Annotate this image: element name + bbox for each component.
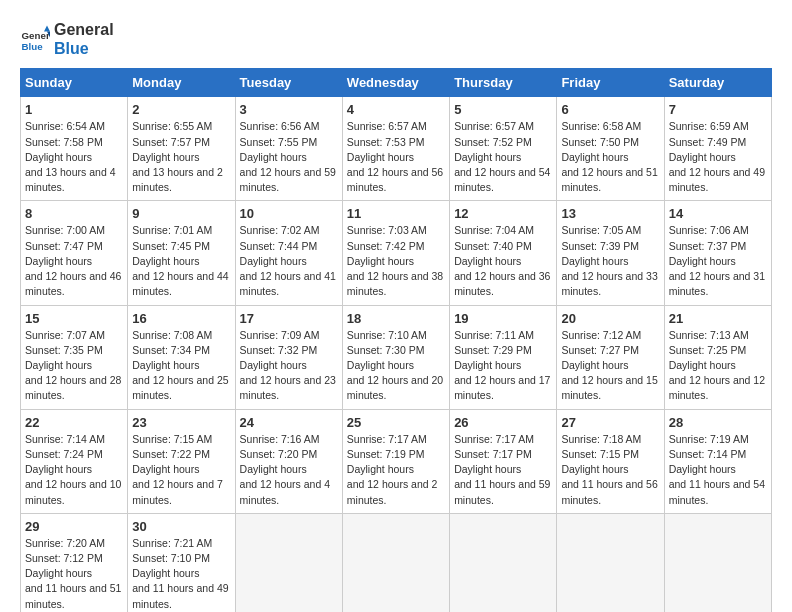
day-number: 28 — [669, 415, 767, 430]
day-info: Sunrise: 7:17 AM Sunset: 7:19 PM Dayligh… — [347, 432, 445, 508]
svg-text:Blue: Blue — [22, 41, 44, 52]
day-info: Sunrise: 6:55 AM Sunset: 7:57 PM Dayligh… — [132, 119, 230, 195]
calendar-table: Sunday Monday Tuesday Wednesday Thursday… — [20, 68, 772, 612]
day-info: Sunrise: 6:57 AM Sunset: 7:53 PM Dayligh… — [347, 119, 445, 195]
day-info: Sunrise: 7:08 AM Sunset: 7:34 PM Dayligh… — [132, 328, 230, 404]
week-row-5: 29 Sunrise: 7:20 AM Sunset: 7:12 PM Dayl… — [21, 513, 772, 612]
day-info: Sunrise: 7:17 AM Sunset: 7:17 PM Dayligh… — [454, 432, 552, 508]
day-number: 25 — [347, 415, 445, 430]
day-info: Sunrise: 6:57 AM Sunset: 7:52 PM Dayligh… — [454, 119, 552, 195]
day-info: Sunrise: 7:16 AM Sunset: 7:20 PM Dayligh… — [240, 432, 338, 508]
col-monday: Monday — [128, 69, 235, 97]
day-number: 19 — [454, 311, 552, 326]
day-info: Sunrise: 7:00 AM Sunset: 7:47 PM Dayligh… — [25, 223, 123, 299]
day-info: Sunrise: 7:11 AM Sunset: 7:29 PM Dayligh… — [454, 328, 552, 404]
day-cell: 11 Sunrise: 7:03 AM Sunset: 7:42 PM Dayl… — [342, 201, 449, 305]
day-cell: 30 Sunrise: 7:21 AM Sunset: 7:10 PM Dayl… — [128, 513, 235, 612]
day-cell — [235, 513, 342, 612]
day-number: 7 — [669, 102, 767, 117]
day-number: 1 — [25, 102, 123, 117]
day-cell: 6 Sunrise: 6:58 AM Sunset: 7:50 PM Dayli… — [557, 97, 664, 201]
day-info: Sunrise: 7:20 AM Sunset: 7:12 PM Dayligh… — [25, 536, 123, 612]
logo: General Blue General Blue — [20, 20, 114, 58]
day-cell: 7 Sunrise: 6:59 AM Sunset: 7:49 PM Dayli… — [664, 97, 771, 201]
day-cell — [342, 513, 449, 612]
day-number: 2 — [132, 102, 230, 117]
day-number: 26 — [454, 415, 552, 430]
day-cell: 16 Sunrise: 7:08 AM Sunset: 7:34 PM Dayl… — [128, 305, 235, 409]
day-cell: 13 Sunrise: 7:05 AM Sunset: 7:39 PM Dayl… — [557, 201, 664, 305]
day-number: 12 — [454, 206, 552, 221]
day-info: Sunrise: 7:12 AM Sunset: 7:27 PM Dayligh… — [561, 328, 659, 404]
day-info: Sunrise: 7:01 AM Sunset: 7:45 PM Dayligh… — [132, 223, 230, 299]
day-info: Sunrise: 7:03 AM Sunset: 7:42 PM Dayligh… — [347, 223, 445, 299]
calendar-header-row: Sunday Monday Tuesday Wednesday Thursday… — [21, 69, 772, 97]
day-number: 27 — [561, 415, 659, 430]
day-info: Sunrise: 7:13 AM Sunset: 7:25 PM Dayligh… — [669, 328, 767, 404]
day-info: Sunrise: 7:14 AM Sunset: 7:24 PM Dayligh… — [25, 432, 123, 508]
day-number: 15 — [25, 311, 123, 326]
day-cell: 24 Sunrise: 7:16 AM Sunset: 7:20 PM Dayl… — [235, 409, 342, 513]
day-cell: 18 Sunrise: 7:10 AM Sunset: 7:30 PM Dayl… — [342, 305, 449, 409]
day-number: 24 — [240, 415, 338, 430]
day-cell: 9 Sunrise: 7:01 AM Sunset: 7:45 PM Dayli… — [128, 201, 235, 305]
calendar-body: 1 Sunrise: 6:54 AM Sunset: 7:58 PM Dayli… — [21, 97, 772, 612]
day-info: Sunrise: 7:19 AM Sunset: 7:14 PM Dayligh… — [669, 432, 767, 508]
day-cell: 28 Sunrise: 7:19 AM Sunset: 7:14 PM Dayl… — [664, 409, 771, 513]
day-cell: 1 Sunrise: 6:54 AM Sunset: 7:58 PM Dayli… — [21, 97, 128, 201]
day-cell — [664, 513, 771, 612]
page-header: General Blue General Blue — [20, 20, 772, 58]
day-cell: 23 Sunrise: 7:15 AM Sunset: 7:22 PM Dayl… — [128, 409, 235, 513]
day-number: 17 — [240, 311, 338, 326]
day-cell: 5 Sunrise: 6:57 AM Sunset: 7:52 PM Dayli… — [450, 97, 557, 201]
day-cell: 2 Sunrise: 6:55 AM Sunset: 7:57 PM Dayli… — [128, 97, 235, 201]
week-row-3: 15 Sunrise: 7:07 AM Sunset: 7:35 PM Dayl… — [21, 305, 772, 409]
day-info: Sunrise: 6:54 AM Sunset: 7:58 PM Dayligh… — [25, 119, 123, 195]
day-number: 11 — [347, 206, 445, 221]
day-number: 5 — [454, 102, 552, 117]
day-cell: 22 Sunrise: 7:14 AM Sunset: 7:24 PM Dayl… — [21, 409, 128, 513]
day-cell: 27 Sunrise: 7:18 AM Sunset: 7:15 PM Dayl… — [557, 409, 664, 513]
day-number: 16 — [132, 311, 230, 326]
day-cell: 26 Sunrise: 7:17 AM Sunset: 7:17 PM Dayl… — [450, 409, 557, 513]
svg-text:General: General — [22, 30, 51, 41]
day-number: 9 — [132, 206, 230, 221]
day-cell: 25 Sunrise: 7:17 AM Sunset: 7:19 PM Dayl… — [342, 409, 449, 513]
day-cell: 4 Sunrise: 6:57 AM Sunset: 7:53 PM Dayli… — [342, 97, 449, 201]
logo-general-text: General — [54, 21, 114, 38]
day-cell — [450, 513, 557, 612]
day-info: Sunrise: 6:56 AM Sunset: 7:55 PM Dayligh… — [240, 119, 338, 195]
day-info: Sunrise: 7:02 AM Sunset: 7:44 PM Dayligh… — [240, 223, 338, 299]
week-row-2: 8 Sunrise: 7:00 AM Sunset: 7:47 PM Dayli… — [21, 201, 772, 305]
day-info: Sunrise: 7:10 AM Sunset: 7:30 PM Dayligh… — [347, 328, 445, 404]
day-number: 4 — [347, 102, 445, 117]
day-info: Sunrise: 7:05 AM Sunset: 7:39 PM Dayligh… — [561, 223, 659, 299]
week-row-4: 22 Sunrise: 7:14 AM Sunset: 7:24 PM Dayl… — [21, 409, 772, 513]
col-friday: Friday — [557, 69, 664, 97]
day-number: 10 — [240, 206, 338, 221]
day-info: Sunrise: 6:58 AM Sunset: 7:50 PM Dayligh… — [561, 119, 659, 195]
logo-blue-text: Blue — [54, 40, 89, 57]
day-number: 30 — [132, 519, 230, 534]
day-info: Sunrise: 7:09 AM Sunset: 7:32 PM Dayligh… — [240, 328, 338, 404]
day-cell: 19 Sunrise: 7:11 AM Sunset: 7:29 PM Dayl… — [450, 305, 557, 409]
day-cell: 29 Sunrise: 7:20 AM Sunset: 7:12 PM Dayl… — [21, 513, 128, 612]
col-thursday: Thursday — [450, 69, 557, 97]
col-tuesday: Tuesday — [235, 69, 342, 97]
svg-marker-2 — [44, 26, 50, 32]
day-cell: 17 Sunrise: 7:09 AM Sunset: 7:32 PM Dayl… — [235, 305, 342, 409]
col-saturday: Saturday — [664, 69, 771, 97]
col-sunday: Sunday — [21, 69, 128, 97]
day-cell: 14 Sunrise: 7:06 AM Sunset: 7:37 PM Dayl… — [664, 201, 771, 305]
day-number: 22 — [25, 415, 123, 430]
day-info: Sunrise: 7:06 AM Sunset: 7:37 PM Dayligh… — [669, 223, 767, 299]
day-info: Sunrise: 7:18 AM Sunset: 7:15 PM Dayligh… — [561, 432, 659, 508]
day-cell: 12 Sunrise: 7:04 AM Sunset: 7:40 PM Dayl… — [450, 201, 557, 305]
day-number: 14 — [669, 206, 767, 221]
col-wednesday: Wednesday — [342, 69, 449, 97]
day-number: 3 — [240, 102, 338, 117]
day-cell: 10 Sunrise: 7:02 AM Sunset: 7:44 PM Dayl… — [235, 201, 342, 305]
day-number: 6 — [561, 102, 659, 117]
day-number: 18 — [347, 311, 445, 326]
day-number: 13 — [561, 206, 659, 221]
